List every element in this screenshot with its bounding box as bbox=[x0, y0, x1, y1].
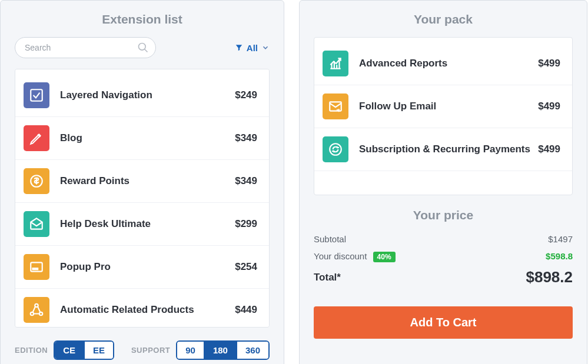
nodes-icon bbox=[24, 297, 49, 323]
svg-rect-2 bbox=[31, 89, 42, 101]
extension-list-toolbar: All bbox=[15, 37, 270, 58]
ext-item[interactable]: Reward Points$349 bbox=[15, 160, 269, 203]
edition-option-ee[interactable]: EE bbox=[84, 342, 113, 359]
svg-line-1 bbox=[145, 49, 148, 52]
ext-item[interactable]: Layered Navigation$249 bbox=[15, 74, 269, 117]
search-input[interactable] bbox=[15, 37, 156, 58]
ext-item-price: $349 bbox=[235, 175, 257, 187]
total-row: Total* $898.2 bbox=[314, 265, 573, 290]
ext-item-price: $349 bbox=[235, 132, 257, 144]
pack-item-name: Advanced Reports bbox=[359, 58, 538, 69]
pack-title: Your pack bbox=[314, 12, 573, 26]
ext-item[interactable]: Help Desk Ultimate$299 bbox=[15, 203, 269, 246]
support-option-360[interactable]: 360 bbox=[236, 342, 268, 359]
ext-item-name: Reward Points bbox=[60, 175, 235, 187]
svg-point-6 bbox=[35, 304, 38, 307]
discount-value: $598.8 bbox=[546, 251, 573, 261]
coin-icon bbox=[24, 168, 49, 194]
pack-item[interactable]: Advanced Reports$499 bbox=[314, 42, 572, 85]
edition-label: EDITION bbox=[15, 346, 48, 355]
pack-item[interactable]: Follow Up Email$499 bbox=[314, 85, 572, 128]
bottom-controls: EDITION CEEE SUPPORT 90180360 bbox=[15, 328, 270, 360]
add-to-cart-button[interactable]: Add To Cart bbox=[314, 306, 573, 339]
ext-item-price: $249 bbox=[235, 89, 257, 101]
total-label: Total* bbox=[314, 272, 341, 283]
support-toggle: 90180360 bbox=[176, 340, 270, 360]
pack-item[interactable]: Subscription & Recurring Payments$499 bbox=[314, 128, 572, 171]
price-title: Your price bbox=[314, 208, 573, 222]
price-section: Your price Subtotal $1497 Your discount … bbox=[314, 208, 573, 339]
ext-item[interactable]: Popup Pro$254 bbox=[15, 246, 269, 289]
ext-item-name: Layered Navigation bbox=[60, 89, 235, 101]
chevron-down-icon bbox=[261, 44, 270, 52]
ext-item-price: $299 bbox=[235, 218, 257, 230]
check-box-icon bbox=[24, 82, 49, 108]
search-icon bbox=[137, 42, 149, 54]
edition-toggle: CEEE bbox=[54, 340, 114, 360]
pack-item-price: $499 bbox=[538, 101, 560, 112]
support-label: SUPPORT bbox=[131, 346, 170, 355]
ext-item-name: Automatic Related Products bbox=[60, 304, 235, 316]
ext-item-name: Help Desk Ultimate bbox=[60, 218, 235, 230]
ext-item-name: Blog bbox=[60, 132, 235, 144]
funnel-icon bbox=[235, 44, 243, 52]
extension-list[interactable]: Layered Navigation$249Blog$349Reward Poi… bbox=[15, 69, 270, 328]
ext-item[interactable]: Automatic Related Products$449 bbox=[15, 289, 269, 328]
pack-item-name: Follow Up Email bbox=[359, 101, 538, 112]
pack-item-name: Subscription & Recurring Payments bbox=[359, 143, 538, 155]
edition-option-ce[interactable]: CE bbox=[55, 342, 84, 359]
svg-rect-5 bbox=[33, 268, 38, 269]
discount-label: Your discount 40% bbox=[314, 251, 396, 261]
pencil-icon bbox=[24, 125, 49, 151]
pack-item-price: $499 bbox=[538, 143, 560, 155]
extension-list-panel: Extension list All Layered Navigation$24… bbox=[0, 0, 284, 364]
chart-icon bbox=[323, 51, 348, 76]
envelope-open-icon bbox=[24, 211, 49, 237]
support-option-180[interactable]: 180 bbox=[204, 342, 236, 359]
ext-item-price: $254 bbox=[235, 261, 257, 273]
ext-item-price: $449 bbox=[235, 304, 257, 316]
ext-item[interactable]: Blog$349 bbox=[15, 117, 269, 160]
subtotal-label: Subtotal bbox=[314, 234, 346, 244]
filter-all-label: All bbox=[247, 43, 258, 53]
calendar-refresh-icon bbox=[323, 136, 348, 162]
pack-item-price: $499 bbox=[538, 58, 560, 69]
ext-item-name: Popup Pro bbox=[60, 261, 235, 273]
total-value: $898.2 bbox=[526, 268, 573, 286]
extension-list-title: Extension list bbox=[15, 12, 270, 26]
subtotal-row: Subtotal $1497 bbox=[314, 231, 573, 248]
svg-point-0 bbox=[139, 44, 146, 51]
svg-point-10 bbox=[330, 143, 341, 155]
subtotal-value: $1497 bbox=[548, 234, 573, 244]
discount-row: Your discount 40% $598.8 bbox=[314, 248, 573, 265]
pack-panel: Your pack Advanced Reports$499Follow Up … bbox=[299, 0, 587, 364]
filter-all[interactable]: All bbox=[235, 43, 270, 53]
search-box bbox=[15, 37, 156, 58]
discount-badge: 40% bbox=[373, 252, 396, 262]
envelope-arrow-icon bbox=[323, 93, 348, 119]
pack-list: Advanced Reports$499Follow Up Email$499S… bbox=[314, 37, 573, 195]
support-option-90[interactable]: 90 bbox=[177, 342, 204, 359]
window-icon bbox=[24, 254, 49, 280]
